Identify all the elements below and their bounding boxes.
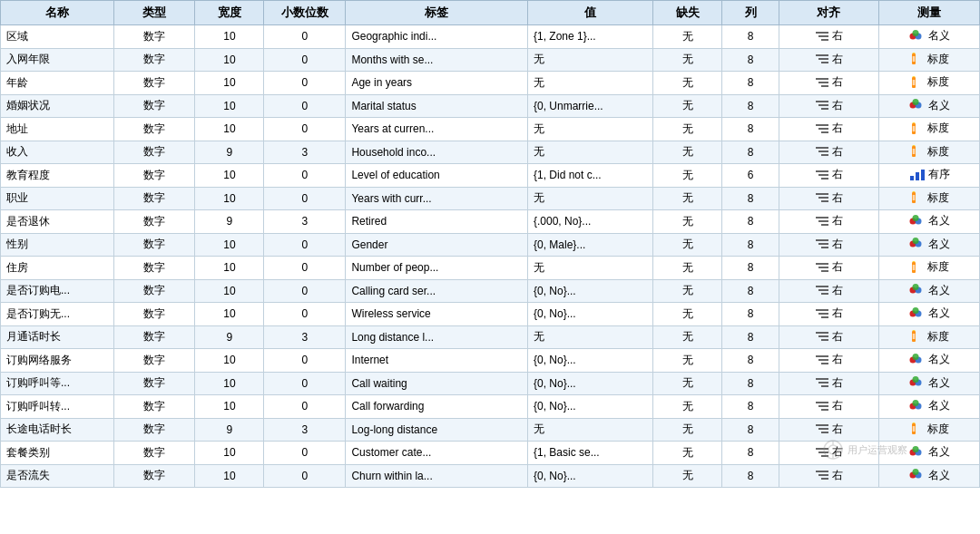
cell-label: Long distance l... [346,325,528,349]
cell-col: 8 [722,395,779,419]
cell-name: 收入 [1,141,114,164]
table-row[interactable]: 年龄 数字 10 0 Age in years 无 无 8 右 [1,72,980,95]
svg-point-143 [912,469,918,475]
cell-value: {0, Male}... [527,233,652,257]
cell-align: 右 [779,257,879,280]
cell-width: 10 [195,372,264,395]
cell-col: 8 [722,442,779,465]
align-text: 右 [832,121,843,136]
table-row[interactable]: 月通话时长 数字 9 3 Long distance l... 无 无 8 右 [1,325,980,349]
cell-missing: 无 [653,118,722,141]
cell-name: 月通话时长 [1,325,114,349]
cell-align: 右 [779,141,879,164]
cell-value: {1, Zone 1}... [527,25,652,49]
cell-align: 右 [779,233,879,257]
table-row[interactable]: 区域 数字 10 0 Geographic indi... {1, Zone 1… [1,25,980,49]
table-row[interactable]: 收入 数字 9 3 Household inco... 无 无 8 右 [1,141,980,164]
align-text: 右 [832,468,843,483]
measure-text: 名义 [928,306,950,321]
measure-text: 标度 [927,144,949,160]
table-row[interactable]: 是否订购电... 数字 10 0 Calling card ser... {0,… [1,279,980,303]
cell-measure: 名义 [879,349,980,373]
table-row[interactable]: 是否流失 数字 10 0 Churn within la... {0, No}.… [1,464,980,488]
cell-decimal: 0 [264,118,346,141]
cell-width: 9 [195,418,264,442]
cell-align: 右 [779,464,879,488]
cell-name: 入网年限 [1,48,114,72]
align-text: 右 [832,375,843,391]
cell-col: 8 [722,94,779,118]
cell-label: Household inco... [346,141,528,164]
cell-value: 无 [527,187,652,210]
cell-width: 10 [195,464,264,488]
table-row[interactable]: 入网年限 数字 10 0 Months with se... 无 无 8 右 [1,48,980,72]
cell-width: 10 [195,279,264,303]
cell-decimal: 0 [264,372,346,395]
svg-rect-53 [921,170,925,180]
cell-measure: 标度 [879,325,980,349]
table-row[interactable]: 地址 数字 10 0 Years at curren... 无 无 8 右 [1,118,980,141]
cell-label: Retired [346,210,528,234]
measure-text: 名义 [928,98,950,113]
measure-text: 名义 [928,237,950,252]
table-row[interactable]: 长途电话时长 数字 9 3 Log-long distance 无 无 8 右 [1,418,980,442]
table-row[interactable]: 是否退休 数字 9 3 Retired {.000, No}... 无 8 右 [1,210,980,234]
table-row[interactable]: 订购呼叫等... 数字 10 0 Call waiting {0, No}...… [1,372,980,395]
measure-text: 标度 [927,329,949,345]
cell-missing: 无 [653,72,722,95]
cell-decimal: 0 [264,48,346,72]
cell-width: 10 [195,72,264,95]
align-text: 右 [832,237,843,252]
cell-align: 右 [779,325,879,349]
cell-decimal: 0 [264,25,346,49]
cell-name: 是否流失 [1,464,114,488]
cell-missing: 无 [653,349,722,373]
header-type: 类型 [113,1,195,25]
align-text: 右 [832,444,843,460]
cell-value: 无 [527,418,652,442]
measure-text: 名义 [928,468,950,483]
cell-measure: 名义 [879,395,980,419]
align-text: 右 [832,306,843,321]
table-row[interactable]: 婚姻状况 数字 10 0 Marital status {0, Unmarrie… [1,94,980,118]
cell-value: {0, No}... [527,279,652,303]
cell-label: Call waiting [346,372,528,395]
table-row[interactable]: 住房 数字 10 0 Number of peop... 无 无 8 右 [1,257,980,280]
cell-col: 8 [722,118,779,141]
cell-value: {0, No}... [527,372,652,395]
table-row[interactable]: 套餐类别 数字 10 0 Customer cate... {1, Basic … [1,442,980,465]
cell-type: 数字 [113,118,195,141]
cell-measure: 名义 [879,442,980,465]
header-label: 标签 [346,1,528,25]
cell-width: 10 [195,395,264,419]
cell-width: 10 [195,94,264,118]
align-text: 右 [832,144,843,160]
table-row[interactable]: 性别 数字 10 0 Gender {0, Male}... 无 8 右 [1,233,980,257]
table-row[interactable]: 是否订购无... 数字 10 0 Wireless service {0, No… [1,303,980,326]
cell-align: 右 [779,118,879,141]
measure-text: 名义 [928,28,950,44]
cell-decimal: 0 [264,349,346,373]
table-row[interactable]: 订购网络服务 数字 10 0 Internet {0, No}... 无 8 右 [1,349,980,373]
cell-label: Customer cate... [346,442,528,465]
cell-col: 8 [722,279,779,303]
svg-point-89 [912,284,918,290]
cell-missing: 无 [653,94,722,118]
svg-marker-127 [912,422,916,423]
svg-marker-10 [912,53,916,53]
cell-measure: 标度 [879,187,980,210]
measure-text: 标度 [927,259,949,275]
table-row[interactable]: 教育程度 数字 10 0 Level of education {1, Did … [1,164,980,188]
cell-label: Internet [346,349,528,373]
cell-width: 10 [195,164,264,188]
cell-decimal: 0 [264,72,346,95]
cell-name: 教育程度 [1,164,114,188]
table-row[interactable]: 职业 数字 10 0 Years with curr... 无 无 8 右 [1,187,980,210]
table-row[interactable]: 订购呼叫转... 数字 10 0 Call forwarding {0, No}… [1,395,980,419]
cell-value: 无 [527,257,652,280]
cell-decimal: 0 [264,187,346,210]
cell-measure: 名义 [879,279,980,303]
cell-name: 住房 [1,257,114,280]
svg-point-137 [912,446,918,452]
cell-label: Log-long distance [346,418,528,442]
